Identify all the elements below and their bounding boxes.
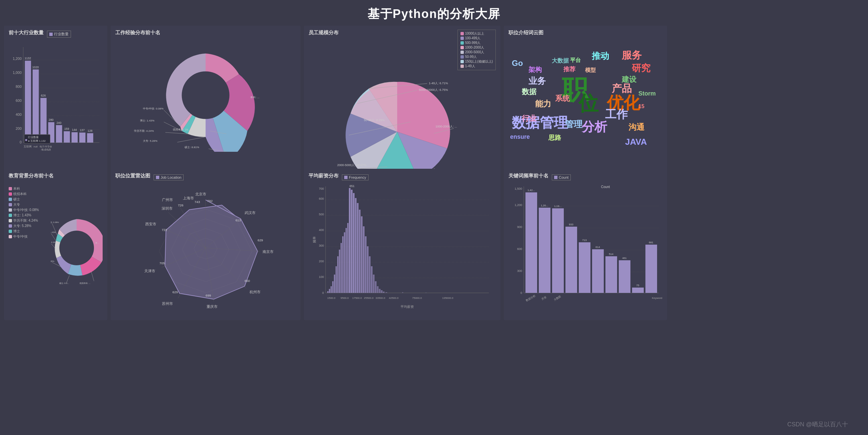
- svg-text:Count: Count: [601, 185, 610, 189]
- svg-rect-137: [349, 188, 350, 293]
- svg-text:北京市: 北京市: [195, 192, 206, 196]
- salary-legend-dot: [344, 176, 347, 179]
- keyword-legend-dot: [554, 176, 557, 179]
- svg-text:中专/中技: 0.08%: 中专/中技: 0.08%: [51, 221, 59, 223]
- svg-rect-152: [379, 289, 380, 293]
- svg-text:650: 650: [245, 279, 250, 282]
- svg-text:1,20...: 1,20...: [541, 204, 548, 207]
- svg-text:2000-5000人: 10.07%: 2000-5000人: 10.07%: [337, 163, 367, 167]
- svg-text:614: 614: [595, 246, 600, 248]
- kw-bar-1: [539, 208, 551, 293]
- svg-rect-138: [351, 190, 352, 293]
- svg-text:500: 500: [319, 213, 324, 216]
- svg-rect-143: [361, 216, 363, 293]
- donut-hole: [182, 71, 229, 119]
- legend-100-499: 100-499人: [461, 36, 493, 41]
- svg-text:135000.0: 135000.0: [442, 297, 454, 300]
- svg-text:743: 743: [194, 200, 200, 204]
- wordcloud-area: 职 位 优化 数据管理 分析 服务 推动 Go 研究 建设 产品 工作 沟通 J…: [508, 39, 662, 162]
- svg-text:博士: 1.43%: 博士: 1.43%: [140, 119, 154, 122]
- word-chanpin: 产品: [612, 82, 632, 96]
- edu-legend-bs2: 博士: [9, 229, 49, 234]
- svg-point-28: [25, 139, 27, 141]
- keyword-freq-title: 关键词频率前十名: [508, 173, 549, 179]
- word-fenxi: 分析: [582, 119, 607, 135]
- svg-text:613: 613: [236, 218, 241, 222]
- svg-line-69: [91, 271, 94, 281]
- kw-bar-7: [619, 260, 630, 293]
- svg-line-35: [165, 132, 188, 134]
- employee-scale-legend-box: 10000人以上 100-499人 500-999人 1000-2000人 20…: [458, 30, 496, 70]
- svg-text:1,19...: 1,19...: [554, 205, 561, 208]
- kw-bar-4: [579, 242, 590, 293]
- svg-text:0: 0: [521, 291, 522, 295]
- edu-legend: 本科 统招本科 硕士 大专 中专/中技: 0.08% 博士: 1.43% 学历不…: [9, 183, 49, 316]
- svg-text:75: 75: [637, 284, 640, 287]
- svg-rect-154: [383, 292, 384, 293]
- edu-legend-zz: 中专/中技: 0.08%: [9, 208, 49, 212]
- job-location-title: 职位位置雷达图: [115, 173, 150, 179]
- bar-5: [64, 131, 70, 142]
- svg-text:100: 100: [319, 275, 324, 278]
- svg-rect-125: [329, 289, 330, 293]
- svg-text:9500.0: 9500.0: [341, 297, 349, 300]
- svg-text:514: 514: [609, 253, 614, 256]
- svg-rect-157: [426, 293, 427, 293]
- word-silu: 思路: [549, 133, 561, 142]
- wordcloud-title: 职位介绍词云图: [508, 30, 662, 36]
- svg-text:统招本科: 29...: 统招本科: 29...: [173, 128, 190, 131]
- svg-text:800: 800: [16, 85, 22, 89]
- work-exp-chart: 中专/中技: 0.08% 博士: 1.43% 学历不限: 4.24% 大专: 5…: [115, 39, 296, 152]
- svg-text:722: 722: [162, 228, 167, 232]
- keyword-legend: Count: [552, 174, 571, 180]
- word-bigdata: 大数据: [552, 57, 569, 65]
- svg-text:17500.0: 17500.0: [352, 297, 362, 300]
- svg-text:杭州市: 杭州市: [249, 290, 260, 294]
- svg-text:学历不限: 4.24%: 学历不限: 4.24%: [134, 130, 154, 132]
- word-yewu: 业务: [528, 75, 546, 87]
- kw-bar-6: [606, 256, 617, 293]
- word-ensure: ensure: [510, 133, 530, 140]
- edu-legend-bs: 博士: 1.43%: [9, 213, 49, 218]
- svg-rect-147: [369, 256, 371, 293]
- svg-text:null: null: [34, 145, 38, 148]
- kw-bar-5: [592, 249, 604, 293]
- svg-text:400: 400: [16, 112, 22, 116]
- svg-text:713: 713: [582, 239, 587, 242]
- svg-text:大专: 5.28%: 大专: 5.28%: [143, 139, 157, 142]
- svg-text:699: 699: [206, 294, 211, 297]
- svg-text:137: 137: [80, 129, 85, 132]
- page-title: 基于Python的分析大屏: [0, 0, 868, 26]
- svg-text:统招本科: ...: 统招本科: ...: [80, 282, 91, 284]
- education-donut-svg: 中专/中技: 0.08% 博士: 1.43% 学历不限: 4.24% 大专: 5…: [51, 183, 103, 313]
- svg-text:广州市: 广州市: [162, 198, 173, 202]
- svg-rect-135: [345, 228, 347, 293]
- svg-rect-133: [342, 236, 344, 293]
- salary-legend-label: Frequency: [349, 175, 366, 179]
- svg-text:1132: 1132: [25, 57, 31, 60]
- bar-8: [87, 133, 93, 142]
- svg-text:626: 626: [41, 94, 46, 97]
- work-exp-title: 工作经验分布前十名: [115, 30, 296, 36]
- word-guanli: 管理: [565, 119, 583, 130]
- svg-text:博士: 1.43%: 博士: 1.43%: [51, 231, 56, 233]
- svg-text:0: 0: [322, 291, 324, 295]
- svg-text:280: 280: [49, 118, 54, 122]
- svg-text:西安市: 西安市: [145, 222, 156, 226]
- kw-bar-0: [525, 192, 537, 293]
- svg-text:5000-10000人: 6.75%: 5000-10000人: 6.75%: [419, 88, 448, 92]
- svg-text:705: 705: [160, 261, 165, 265]
- legend-1-49: 1-49人: [461, 64, 493, 69]
- word-java: JAVA: [625, 137, 647, 147]
- employee-scale-title: 员工规模分布: [309, 30, 339, 36]
- svg-text:900: 900: [517, 225, 522, 229]
- bar-6: [72, 132, 78, 142]
- svg-text:苏州市: 苏州市: [162, 302, 173, 305]
- word-fuwu: 服务: [622, 48, 642, 62]
- industries-legend-label: 行业数量: [54, 32, 69, 37]
- svg-text:600: 600: [517, 247, 522, 250]
- salary-dist-title: 平均薪资分布: [309, 173, 339, 179]
- svg-rect-155: [385, 292, 387, 293]
- edu-legend-zz2: 中专/中技: [9, 234, 49, 239]
- svg-text:武汉市: 武汉市: [245, 211, 255, 215]
